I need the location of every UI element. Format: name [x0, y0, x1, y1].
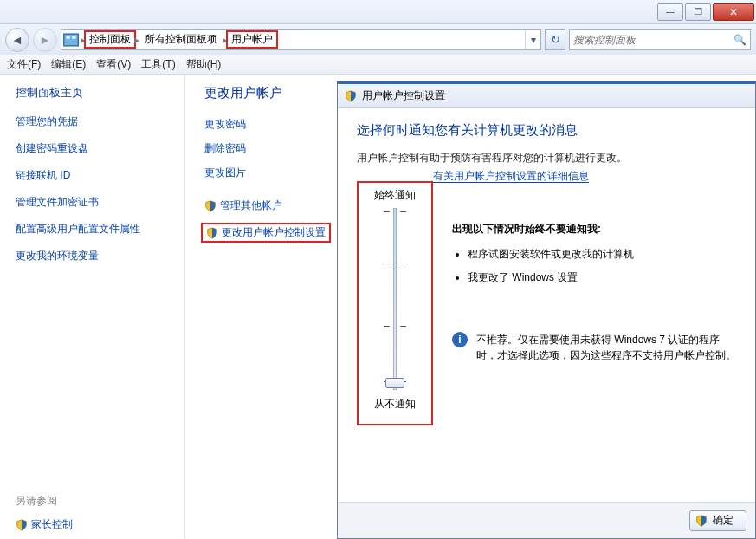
menu-file[interactable]: 文件(F): [7, 57, 41, 72]
slider-bottom-label: 从不通知: [374, 397, 416, 412]
link-uac-more-info[interactable]: 有关用户帐户控制设置的详细信息: [433, 170, 589, 183]
slider-thumb[interactable]: [385, 378, 404, 388]
info-text: 不推荐。仅在需要使用未获得 Windows 7 认证的程序时，才选择此选项，因为…: [476, 332, 736, 363]
uac-slider[interactable]: [369, 208, 421, 390]
uac-level-description: 出现以下情况时始终不要通知我: 程序试图安装软件或更改我的计算机 我更改了 Wi…: [452, 222, 736, 285]
address-bar[interactable]: ▸ 控制面板 ▸ 所有控制面板项 ▸ 用户帐户 ▾: [61, 29, 541, 50]
sidebar-link-encryption-cert[interactable]: 管理文件加密证书: [16, 195, 176, 210]
shield-icon: [16, 519, 28, 531]
search-input[interactable]: [573, 34, 733, 46]
sidebar: 控制面板主页 管理您的凭据 创建密码重设盘 链接联机 ID 管理文件加密证书 配…: [0, 75, 185, 539]
shield-icon: [695, 515, 708, 527]
link-label: 管理其他帐户: [220, 198, 282, 213]
sidebar-link-parental[interactable]: 家长控制: [31, 517, 73, 532]
ok-button[interactable]: 确定: [689, 510, 746, 531]
ok-label: 确定: [713, 513, 733, 528]
link-change-uac-settings[interactable]: 更改用户帐户控制设置: [201, 223, 331, 243]
menu-help[interactable]: 帮助(H): [186, 57, 222, 72]
search-box[interactable]: 🔍: [569, 29, 751, 50]
sidebar-link-env-vars[interactable]: 更改我的环境变量: [16, 249, 176, 263]
svg-rect-1: [67, 36, 70, 38]
dialog-title: 用户帐户控制设置: [362, 88, 445, 103]
breadcrumb-user-accounts[interactable]: 用户帐户: [226, 30, 278, 49]
info-panel: i 不推荐。仅在需要使用未获得 Windows 7 认证的程序时，才选择此选项，…: [452, 332, 736, 363]
control-panel-icon: [61, 30, 81, 49]
breadcrumb-control-panel[interactable]: 控制面板: [84, 30, 136, 49]
close-button[interactable]: ✕: [713, 3, 754, 21]
dialog-description: 用户帐户控制有助于预防有害程序对您的计算机进行更改。: [357, 151, 736, 166]
window-titlebar: — ❐ ✕: [0, 0, 756, 24]
shield-icon: [204, 200, 216, 212]
link-label: 更改用户帐户控制设置: [222, 225, 326, 240]
address-dropdown[interactable]: ▾: [525, 30, 540, 49]
shield-icon: [345, 90, 357, 102]
shield-icon: [206, 227, 218, 239]
refresh-button[interactable]: ↻: [545, 29, 565, 50]
menu-edit[interactable]: 编辑(E): [51, 57, 86, 72]
uac-settings-dialog: 用户帐户控制设置 选择何时通知您有关计算机更改的消息 用户帐户控制有助于预防有害…: [337, 81, 756, 539]
menu-view[interactable]: 查看(V): [96, 57, 131, 72]
level-title: 出现以下情况时始终不要通知我:: [452, 222, 736, 237]
minimize-button[interactable]: —: [657, 3, 683, 21]
search-icon: 🔍: [733, 34, 746, 46]
forward-button[interactable]: ►: [33, 28, 57, 52]
uac-slider-box: 始终通知 从不通知: [357, 181, 433, 425]
back-button[interactable]: ◄: [5, 28, 29, 52]
menu-bar: 文件(F) 编辑(E) 查看(V) 工具(T) 帮助(H): [0, 55, 756, 75]
menu-tools[interactable]: 工具(T): [141, 57, 175, 72]
svg-rect-0: [64, 34, 79, 46]
svg-rect-2: [72, 36, 75, 38]
sidebar-heading: 控制面板主页: [16, 85, 176, 101]
level-bullet: 程序试图安装软件或更改我的计算机: [468, 247, 736, 262]
slider-top-label: 始终通知: [374, 188, 416, 203]
breadcrumb-all-items[interactable]: 所有控制面板项: [139, 32, 223, 47]
sidebar-link-profile-props[interactable]: 配置高级用户配置文件属性: [16, 222, 176, 237]
sidebar-link-online-id[interactable]: 链接联机 ID: [16, 168, 176, 183]
level-bullet: 我更改了 Windows 设置: [468, 270, 736, 285]
dialog-footer: 确定: [338, 502, 755, 538]
navigation-bar: ◄ ► ▸ 控制面板 ▸ 所有控制面板项 ▸ 用户帐户 ▾ ↻ 🔍: [0, 24, 756, 55]
sidebar-link-credentials[interactable]: 管理您的凭据: [16, 114, 176, 129]
maximize-button[interactable]: ❐: [685, 3, 711, 21]
dialog-titlebar: 用户帐户控制设置: [338, 84, 755, 108]
sidebar-link-password-reset[interactable]: 创建密码重设盘: [16, 141, 176, 156]
info-icon: i: [452, 332, 468, 347]
sidebar-see-also: 另请参阅: [16, 494, 176, 509]
dialog-heading: 选择何时通知您有关计算机更改的消息: [357, 122, 736, 139]
